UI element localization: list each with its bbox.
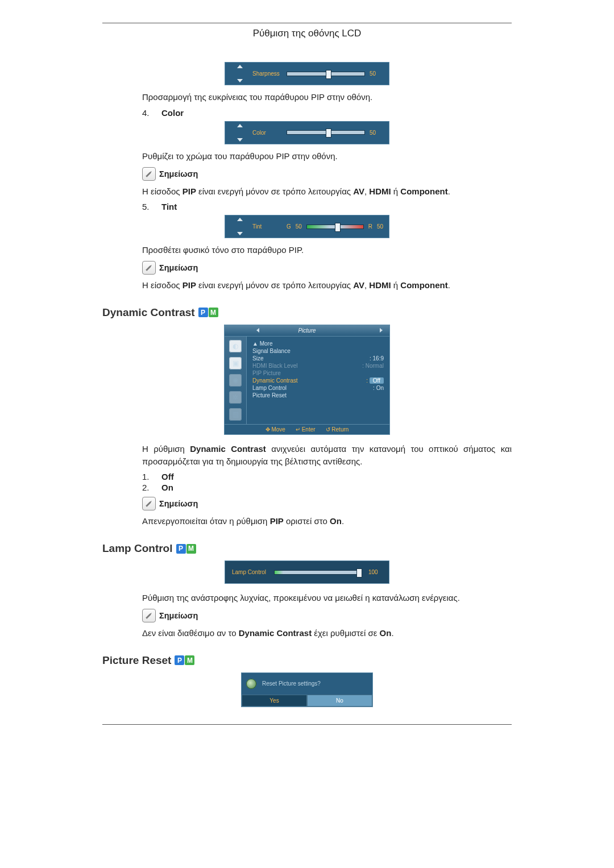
menu-signal-balance: Signal Balance [252, 347, 384, 355]
color-title: Color [161, 108, 184, 118]
osd-tint-g: G [287, 223, 291, 230]
arrow-down-icon [237, 79, 243, 82]
note-label: Σημείωση [159, 499, 198, 508]
osd-lamp-track [274, 570, 362, 575]
osd-sharpness-label: Sharpness [252, 70, 282, 77]
osd-reset-dialog: Reset Picture settings? Yes No [241, 672, 373, 707]
dyn-opt2-num: 2. [142, 483, 152, 492]
osd-sharpness: Sharpness 50 [225, 62, 389, 85]
arrow-up-icon [237, 124, 243, 127]
osd-thumb [326, 70, 331, 79]
lamp-note-text: Δεν είναι διαθέσιμο αν το Dynamic Contra… [102, 627, 512, 639]
tint-num: 5. [142, 202, 152, 211]
dyn-opt2: On [161, 483, 173, 492]
osd-tint-track [306, 225, 364, 229]
osd-tint-g-val: 50 [296, 223, 302, 230]
p-icon: P [198, 308, 208, 317]
menu-size: Size: 16:9 [252, 355, 384, 362]
note-label: Σημείωση [159, 263, 198, 272]
lamp-control-heading: Lamp Control P M [102, 542, 512, 555]
page-title: Ρύθμιση της οθόνης LCD [102, 28, 512, 39]
lamp-desc: Ρύθμιση της ανάστροφης λυχνίας, προκειμέ… [102, 592, 512, 604]
bottom-rule [102, 724, 512, 725]
page: Ρύθμιση της οθόνης LCD Sharpness 50 Προσ… [51, 0, 563, 759]
osd-color-track [287, 130, 365, 135]
dyn-note-text: Απενεργοποιείται όταν η ρύθμιση PIP ορισ… [102, 515, 512, 528]
picture-reset-heading: Picture Reset P M [102, 654, 512, 667]
note-icon [142, 497, 156, 510]
osd-color-label: Color [252, 130, 282, 136]
foot-move: ✥ Move [265, 426, 285, 433]
osd-lamp-label: Lamp Control [232, 569, 267, 575]
color-num: 4. [142, 108, 152, 118]
note-icon [142, 609, 156, 622]
note-label: Σημείωση [159, 169, 198, 178]
dyn-desc: Η ρύθμιση Dynamic Contrast ανιχνεύει αυτ… [102, 443, 512, 468]
dynamic-contrast-heading: Dynamic Contrast P M [102, 306, 512, 319]
pm-badge: P M [176, 544, 196, 554]
osd-color: Color 50 [225, 121, 389, 144]
dyn-opt1-num: 1. [142, 472, 152, 481]
osd-menu-footer: ✥ Move ↵ Enter ↺ Return [225, 424, 389, 434]
osd-menu-list: ▲ More Signal Balance Size: 16:9 HDMI Bl… [247, 337, 389, 424]
osd-lamp: Lamp Control 100 [225, 560, 389, 584]
menu-picture-icon: ◐ [229, 340, 242, 352]
tint-desc: Προσθέτει φυσικό τόνο στο παράθυρο PIP. [102, 244, 512, 256]
arrow-down-icon [237, 232, 243, 235]
arrow-up-icon [237, 65, 243, 68]
pm-badge: P M [198, 308, 218, 317]
osd-thumb [356, 568, 362, 578]
menu-picture-reset: Picture Reset [252, 392, 384, 399]
note-icon [142, 167, 156, 181]
tint-title: Tint [161, 202, 177, 211]
dyn-opt1: Off [161, 472, 174, 481]
p-icon: P [176, 544, 186, 554]
reset-yes-button: Yes [242, 695, 307, 707]
color-desc: Ρυθμίζει το χρώμα του παράθυρου PIP στην… [102, 150, 512, 163]
menu-more: ▲ More [252, 340, 384, 347]
osd-menu-title: Picture [225, 325, 389, 337]
osd-arrows [237, 124, 243, 142]
foot-return: ↺ Return [326, 426, 349, 433]
menu-multi-icon: ▥ [229, 408, 242, 421]
osd-color-value: 50 [370, 130, 383, 136]
osd-arrows [237, 218, 243, 235]
osd-lamp-value: 100 [368, 569, 382, 575]
osd-menu: Picture ◐ ▣ ◉ ✲ ▥ ▲ More Signal Balance … [224, 325, 390, 435]
reset-dialog-text: Reset Picture settings? [262, 680, 321, 687]
osd-thumb [326, 128, 331, 138]
top-rule [102, 23, 512, 23]
osd-thumb [335, 223, 341, 232]
arrow-up-icon [237, 218, 243, 221]
menu-hdmi-black-level: HDMI Black Level: Normal [252, 362, 384, 369]
pm-badge: P M [175, 655, 194, 665]
menu-pip-picture: PIP Picture [252, 369, 384, 377]
foot-enter: ↵ Enter [296, 426, 316, 433]
color-note-text: Η είσοδος PIP είναι ενεργή μόνον σε τρόπ… [102, 185, 512, 198]
tint-note-text: Η είσοδος PIP είναι ενεργή μόνον σε τρόπ… [102, 279, 512, 292]
osd-tint-label: Tint [252, 223, 282, 230]
p-icon: P [175, 655, 184, 665]
m-icon: M [209, 308, 218, 317]
osd-sharpness-track [287, 72, 365, 76]
note-icon [142, 261, 156, 275]
menu-setup-icon: ✲ [229, 391, 242, 404]
osd-tint-r-val: 50 [377, 223, 383, 230]
menu-input-icon: ▣ [229, 357, 242, 369]
menu-sound-icon: ◉ [229, 374, 242, 387]
sharpness-desc: Προσαρμογή της ευκρίνειας του παράθυρου … [102, 91, 512, 103]
osd-tint-r: R [368, 223, 372, 230]
menu-lamp-control: Lamp Control: On [252, 384, 384, 392]
reset-icon [246, 679, 256, 689]
osd-menu-iconbar: ◐ ▣ ◉ ✲ ▥ [225, 337, 247, 424]
m-icon: M [185, 655, 194, 665]
menu-dynamic-contrast: Dynamic Contrast: Off [252, 377, 384, 384]
osd-tint: Tint G 50 R 50 [225, 215, 389, 238]
note-label: Σημείωση [159, 611, 198, 620]
osd-arrows [237, 65, 243, 82]
arrow-down-icon [237, 138, 243, 142]
reset-no-button: No [307, 695, 372, 707]
osd-sharpness-value: 50 [370, 70, 383, 77]
m-icon: M [186, 544, 196, 554]
